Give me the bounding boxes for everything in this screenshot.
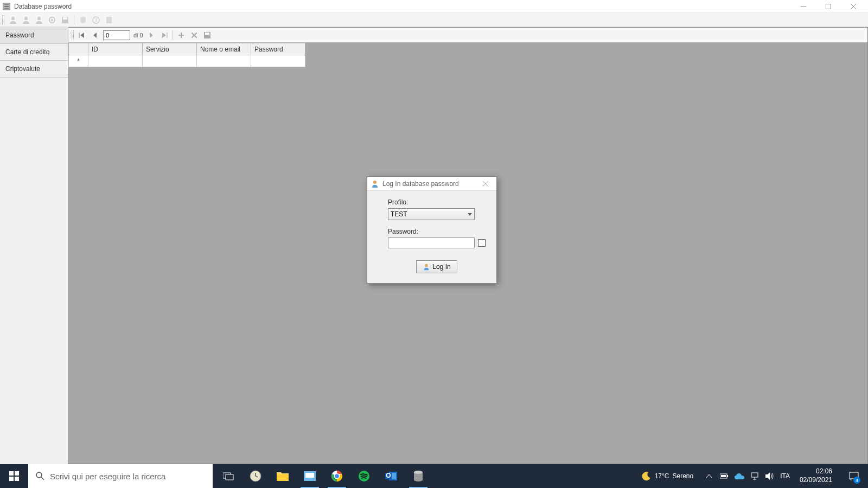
svg-rect-60 bbox=[727, 475, 728, 477]
nav-count-text: di 0 bbox=[133, 32, 143, 38]
taskbar-clock[interactable]: 02:06 02/09/2021 bbox=[795, 467, 837, 484]
moon-icon bbox=[642, 471, 652, 481]
nav-delete-button[interactable] bbox=[189, 30, 199, 40]
clock-date: 02/09/2021 bbox=[800, 476, 832, 485]
svg-marker-21 bbox=[150, 33, 153, 38]
cell[interactable] bbox=[251, 55, 305, 67]
weather-desc: Sereno bbox=[672, 472, 693, 480]
sidebar-item-password[interactable]: Password bbox=[0, 27, 68, 44]
svg-rect-2 bbox=[4, 6, 9, 7]
nav-last-button[interactable] bbox=[159, 30, 169, 40]
profile-label: Profilo: bbox=[388, 198, 486, 206]
password-label: Password: bbox=[388, 228, 486, 235]
svg-rect-38 bbox=[15, 477, 19, 481]
network-icon[interactable] bbox=[750, 471, 760, 481]
weather-widget[interactable]: 17°C Sereno bbox=[636, 471, 699, 481]
document-icon[interactable] bbox=[104, 15, 114, 25]
svg-rect-29 bbox=[205, 33, 209, 35]
sidebar-item-cripto[interactable]: Criptovalute bbox=[0, 61, 68, 78]
svg-point-51 bbox=[335, 474, 340, 479]
nav-first-button[interactable] bbox=[77, 30, 87, 40]
start-button[interactable] bbox=[0, 464, 28, 488]
file-explorer-icon[interactable] bbox=[269, 464, 296, 488]
chrome-icon[interactable] bbox=[323, 464, 350, 488]
info-icon[interactable]: i bbox=[91, 15, 101, 25]
login-button[interactable]: Log In bbox=[416, 260, 457, 273]
svg-marker-65 bbox=[765, 472, 770, 480]
nav-save-button[interactable] bbox=[202, 30, 212, 40]
clock-app-icon[interactable] bbox=[242, 464, 269, 488]
table-row[interactable]: * bbox=[69, 55, 305, 67]
close-button[interactable] bbox=[841, 0, 866, 13]
svg-marker-20 bbox=[93, 33, 97, 38]
dialog-close-button[interactable] bbox=[478, 178, 493, 189]
nav-next-button[interactable] bbox=[146, 30, 156, 40]
spotify-icon[interactable] bbox=[350, 464, 378, 488]
nav-separator bbox=[173, 30, 173, 40]
user-icon[interactable] bbox=[34, 15, 44, 25]
gear-icon[interactable] bbox=[47, 15, 58, 25]
chevron-up-icon[interactable] bbox=[704, 471, 714, 481]
sidebar-item-label: Carte di credito bbox=[5, 48, 49, 56]
language-indicator[interactable]: ITA bbox=[780, 472, 790, 480]
taskbar-search[interactable]: Scrivi qui per eseguire la ricerca bbox=[28, 464, 213, 488]
toolbar-separator bbox=[74, 15, 74, 25]
nav-position-input[interactable] bbox=[103, 30, 130, 40]
outlook-icon[interactable]: O bbox=[378, 464, 405, 488]
svg-marker-22 bbox=[162, 33, 166, 38]
column-header-nome[interactable]: Nome o email bbox=[197, 43, 251, 55]
window-titlebar: Database password bbox=[0, 0, 868, 13]
svg-point-30 bbox=[373, 181, 376, 184]
toolbar-grip bbox=[2, 15, 4, 25]
cell[interactable] bbox=[88, 55, 143, 67]
save-icon[interactable] bbox=[60, 15, 71, 25]
svg-rect-14 bbox=[63, 17, 67, 20]
show-password-checkbox[interactable] bbox=[478, 239, 486, 247]
search-placeholder: Scrivi qui per eseguire la ricerca bbox=[50, 472, 165, 481]
login-dialog: Log In database password Profilo: TEST P… bbox=[367, 176, 497, 284]
database-app-icon[interactable] bbox=[405, 464, 432, 488]
task-view-button[interactable] bbox=[215, 464, 242, 488]
volume-icon[interactable] bbox=[765, 471, 775, 481]
settings-app-icon[interactable] bbox=[296, 464, 323, 488]
svg-rect-3 bbox=[4, 8, 9, 9]
cell[interactable] bbox=[197, 55, 251, 67]
nav-add-button[interactable] bbox=[176, 30, 186, 40]
svg-line-40 bbox=[41, 477, 44, 480]
user-icon[interactable] bbox=[21, 15, 31, 25]
svg-rect-42 bbox=[226, 474, 233, 480]
sidebar-item-label: Password bbox=[5, 31, 34, 39]
sidebar: Password Carte di credito Criptovalute bbox=[0, 27, 68, 464]
minimize-button[interactable] bbox=[791, 0, 816, 13]
sidebar-item-carte[interactable]: Carte di credito bbox=[0, 44, 68, 61]
app-icon bbox=[2, 2, 11, 11]
task-icons: O bbox=[215, 464, 432, 488]
window-title: Database password bbox=[14, 3, 791, 10]
notification-button[interactable]: 4 bbox=[842, 464, 866, 488]
window-controls bbox=[791, 0, 866, 13]
main-toolbar: i bbox=[0, 13, 868, 27]
battery-icon[interactable] bbox=[719, 471, 729, 481]
dialog-titlebar: Log In database password bbox=[367, 177, 496, 191]
svg-text:O: O bbox=[386, 472, 391, 479]
maximize-button[interactable] bbox=[816, 0, 841, 13]
cell[interactable] bbox=[143, 55, 197, 67]
system-tray: 17°C Sereno ITA 02:06 02/09/2021 bbox=[636, 464, 868, 488]
password-input[interactable] bbox=[388, 237, 475, 248]
onedrive-icon[interactable] bbox=[735, 471, 744, 481]
svg-marker-19 bbox=[80, 33, 84, 38]
svg-rect-48 bbox=[305, 473, 314, 478]
profile-value: TEST bbox=[391, 210, 407, 218]
column-header-password[interactable]: Password bbox=[251, 43, 305, 55]
svg-marker-33 bbox=[468, 213, 472, 216]
profile-select[interactable]: TEST bbox=[388, 208, 475, 220]
svg-point-8 bbox=[11, 17, 15, 20]
user-icon[interactable] bbox=[8, 15, 18, 25]
column-header-id[interactable]: ID bbox=[88, 43, 143, 55]
tray-icons: ITA bbox=[704, 471, 790, 481]
shield-icon[interactable] bbox=[78, 15, 88, 25]
column-header-servizio[interactable]: Servizio bbox=[143, 43, 197, 55]
dialog-body: Profilo: TEST Password: Log In bbox=[367, 191, 496, 283]
nav-prev-button[interactable] bbox=[90, 30, 100, 40]
data-grid[interactable]: ID Servizio Nome o email Password * bbox=[68, 43, 867, 67]
